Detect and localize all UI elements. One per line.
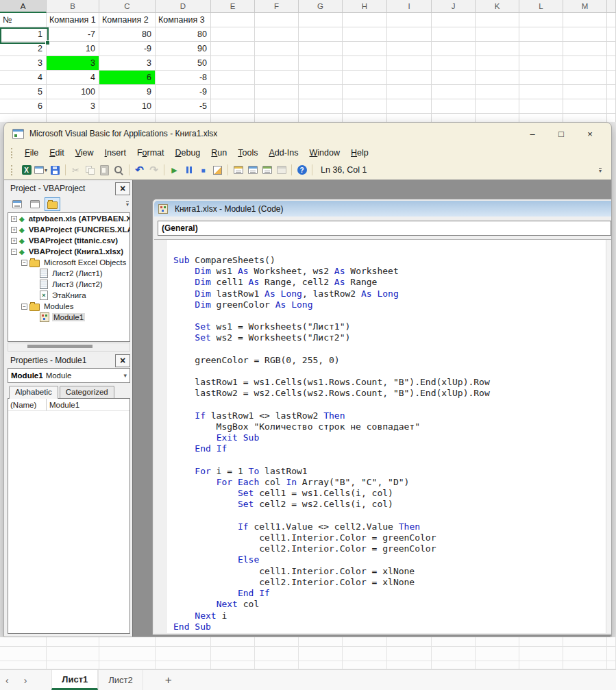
- grid-cell[interactable]: [432, 637, 476, 647]
- cell-K6[interactable]: [476, 85, 519, 99]
- column-header-F[interactable]: F: [255, 0, 299, 13]
- save-button[interactable]: [49, 164, 62, 176]
- cell-F4[interactable]: [255, 56, 299, 71]
- cell-H6[interactable]: [343, 85, 387, 99]
- grid-cell[interactable]: [387, 647, 432, 661]
- grid-cell[interactable]: [211, 647, 255, 661]
- column-header-G[interactable]: G: [299, 0, 343, 13]
- cell-K1[interactable]: [476, 13, 519, 27]
- break-button[interactable]: [182, 164, 195, 176]
- cell-H4[interactable]: [343, 56, 387, 71]
- grid-cell[interactable]: [299, 637, 343, 647]
- minimize-button-icon[interactable]: –: [518, 125, 547, 143]
- cell-F3[interactable]: [255, 42, 299, 56]
- cell-L5[interactable]: [519, 71, 563, 85]
- cell-L4[interactable]: [519, 56, 563, 71]
- next-sheet-icon[interactable]: ›: [24, 675, 27, 686]
- grid-cell[interactable]: [343, 637, 387, 647]
- paste-button[interactable]: [98, 164, 111, 176]
- grid-cell[interactable]: [432, 647, 476, 661]
- project-explorer-button[interactable]: [232, 164, 245, 176]
- cell-C4[interactable]: 3: [99, 56, 156, 71]
- cell-G1[interactable]: [299, 13, 343, 27]
- cell-D4[interactable]: 50: [156, 56, 211, 71]
- cell-B1[interactable]: Компания 1: [47, 13, 99, 27]
- cut-button[interactable]: ✂: [69, 164, 82, 176]
- property-row[interactable]: (Name)Module1: [8, 399, 130, 411]
- cell-E1[interactable]: [211, 13, 255, 27]
- column-header-M[interactable]: M: [563, 0, 607, 13]
- object-browser-button[interactable]: [260, 164, 273, 176]
- project-tree-hscrollbar[interactable]: [8, 343, 130, 352]
- cell-I2[interactable]: [387, 27, 432, 42]
- tab-categorized[interactable]: Categorized: [60, 386, 114, 398]
- grid-cell[interactable]: [255, 661, 299, 669]
- prev-sheet-icon[interactable]: ‹: [5, 675, 9, 686]
- tree-expander-icon[interactable]: +: [11, 216, 17, 222]
- tree-item-module1[interactable]: Module1: [8, 312, 130, 323]
- excel-button[interactable]: X: [20, 164, 33, 176]
- grid-cell[interactable]: [299, 647, 343, 661]
- cell-K7[interactable]: [476, 99, 519, 114]
- cell-A2[interactable]: 1: [0, 27, 47, 42]
- menu-view[interactable]: View: [70, 146, 99, 160]
- column-header-H[interactable]: H: [343, 0, 387, 13]
- cell-G2[interactable]: [299, 27, 343, 42]
- cell-E2[interactable]: [211, 27, 255, 42]
- menu-insert[interactable]: Insert: [99, 146, 132, 160]
- cell-J5[interactable]: [432, 71, 476, 85]
- add-sheet-button[interactable]: +: [165, 670, 172, 690]
- cell-J1[interactable]: [432, 13, 476, 27]
- menu-edit[interactable]: Edit: [44, 146, 70, 160]
- cell-K4[interactable]: [476, 56, 519, 71]
- cell-A4[interactable]: 3: [0, 56, 47, 71]
- cell-C6[interactable]: 9: [99, 85, 156, 99]
- object-dropdown[interactable]: Module1 Module ▾: [8, 368, 130, 383]
- cell-J3[interactable]: [432, 42, 476, 56]
- cell-C2[interactable]: 80: [99, 27, 156, 42]
- toggle-folders-button[interactable]: [45, 197, 60, 211]
- cell-F2[interactable]: [255, 27, 299, 42]
- copy-button[interactable]: [84, 164, 97, 176]
- grid-cell[interactable]: [156, 661, 211, 669]
- cell-H1[interactable]: [343, 13, 387, 27]
- menu-addins[interactable]: Add-Ins: [263, 146, 304, 160]
- column-header-C[interactable]: C: [99, 0, 156, 13]
- code-text[interactable]: Sub CompareSheets() Dim ws1 As Worksheet…: [167, 240, 606, 633]
- grid-cell[interactable]: [432, 661, 476, 669]
- cell-F5[interactable]: [255, 71, 299, 85]
- cell-E7[interactable]: [211, 99, 255, 114]
- cell-I4[interactable]: [387, 56, 432, 71]
- tree-item-microsoft-excel-objects[interactable]: −Microsoft Excel Objects: [8, 257, 130, 268]
- grid-cell[interactable]: [476, 661, 519, 669]
- cell-M6[interactable]: [563, 85, 607, 99]
- cell-A6[interactable]: 5: [0, 85, 47, 99]
- cell-A5[interactable]: 4: [0, 71, 47, 85]
- grid-cell[interactable]: [255, 647, 299, 661]
- grid-cell[interactable]: [519, 647, 563, 661]
- grid-cell[interactable]: [387, 661, 432, 669]
- menu-format[interactable]: Format: [132, 146, 170, 160]
- menu-tools[interactable]: Tools: [232, 146, 263, 160]
- cell-M7[interactable]: [563, 99, 607, 114]
- cell-E6[interactable]: [211, 85, 255, 99]
- view-code-button[interactable]: [9, 197, 25, 211]
- cell-K3[interactable]: [476, 42, 519, 56]
- tree-item-этакнига[interactable]: ×ЭтаКнига: [8, 290, 130, 301]
- redo-button[interactable]: ↷: [147, 164, 160, 176]
- cell-E3[interactable]: [211, 42, 255, 56]
- cell-J7[interactable]: [432, 99, 476, 114]
- toolbar-drag-handle[interactable]: [11, 165, 15, 175]
- grid-cell[interactable]: [156, 637, 211, 647]
- cell-G7[interactable]: [299, 99, 343, 114]
- cell-I7[interactable]: [387, 99, 432, 114]
- sheet-tab-лист2[interactable]: Лист2: [98, 670, 143, 690]
- column-header-J[interactable]: J: [432, 0, 476, 13]
- cell-B2[interactable]: -7: [47, 27, 99, 42]
- cell-F6[interactable]: [255, 85, 299, 99]
- cell-x4[interactable]: [607, 56, 616, 71]
- cell-J2[interactable]: [432, 27, 476, 42]
- tree-item-лист2-лист1-[interactable]: Лист2 (Лист1): [8, 268, 130, 279]
- grid-cell[interactable]: [607, 637, 616, 647]
- cell-x7[interactable]: [607, 99, 616, 114]
